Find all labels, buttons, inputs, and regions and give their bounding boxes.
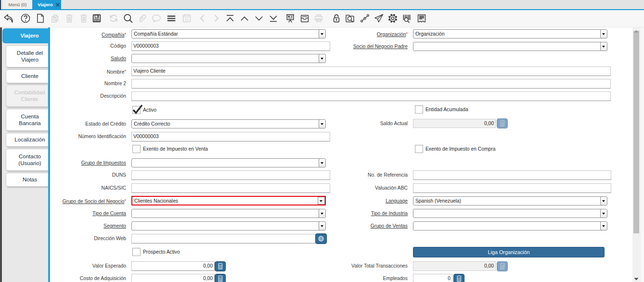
svg-text:31: 31: [185, 17, 189, 22]
